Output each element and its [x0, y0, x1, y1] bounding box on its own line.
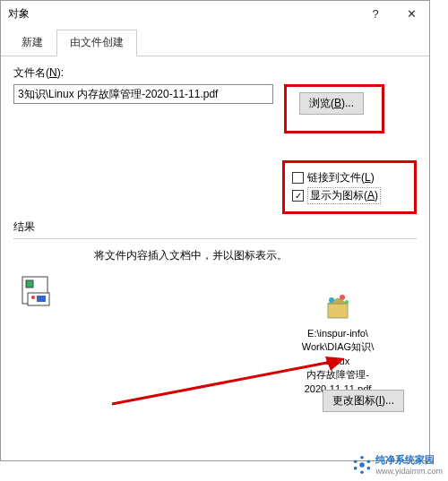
- icon-path: E:\inspur-info\ Work\DIAG知识\ Linux 内存故障管…: [284, 327, 392, 396]
- document-icon: [21, 275, 53, 307]
- svg-point-8: [340, 295, 345, 300]
- dialog-window: 对象 ? ✕ 新建 由文件创建 文件名(N): 浏览(B)... 链接到文件(L…: [0, 0, 430, 461]
- link-to-file-row[interactable]: 链接到文件(L): [292, 170, 407, 185]
- svg-point-9: [345, 300, 349, 304]
- svg-point-17: [354, 466, 358, 469]
- svg-rect-1: [26, 280, 33, 288]
- change-icon-button[interactable]: 更改图标(I)...: [323, 390, 404, 412]
- icon-preview: E:\inspur-info\ Work\DIAG知识\ Linux 内存故障管…: [284, 291, 392, 396]
- change-pre: 更改图标(: [332, 394, 379, 407]
- filename-label-pre: 文件名(: [13, 66, 49, 79]
- path-line: E:\inspur-info\: [284, 327, 392, 340]
- watermark-brand: 纯净系统家园: [375, 453, 443, 467]
- tab-new[interactable]: 新建: [8, 30, 56, 56]
- browse-key: B: [334, 97, 341, 109]
- browse-post: )...: [341, 97, 354, 109]
- svg-point-12: [360, 462, 366, 468]
- watermark: 纯净系统家园 www.yidaimm.com: [352, 453, 443, 476]
- icon-checkbox[interactable]: ✓: [292, 190, 304, 202]
- result-label: 结果: [13, 219, 417, 235]
- result-box: 将文件内容插入文档中，并以图标表示。: [13, 238, 417, 417]
- help-button[interactable]: ?: [358, 1, 393, 26]
- filename-label-post: ):: [57, 66, 64, 79]
- icon-post: ): [375, 189, 378, 202]
- filename-label-key: N: [49, 66, 57, 79]
- change-post: )...: [382, 394, 394, 407]
- package-icon: [284, 291, 392, 323]
- browse-pre: 浏览(: [309, 97, 334, 109]
- svg-point-18: [354, 460, 358, 463]
- watermark-icon: [352, 455, 372, 475]
- browse-highlight: 浏览(B)...: [284, 84, 384, 133]
- svg-point-14: [367, 460, 371, 463]
- watermark-url: www.yidaimm.com: [375, 467, 443, 476]
- filename-label: 文件名(N):: [13, 65, 417, 81]
- window-title: 对象: [8, 6, 30, 21]
- icon-key: A: [367, 189, 375, 202]
- svg-rect-4: [37, 296, 46, 302]
- close-button[interactable]: ✕: [393, 1, 429, 26]
- svg-point-16: [361, 470, 365, 474]
- result-description: 将文件内容插入文档中，并以图标表示。: [94, 248, 411, 263]
- svg-rect-5: [328, 304, 348, 318]
- svg-point-7: [329, 297, 334, 303]
- filename-input[interactable]: [13, 84, 273, 104]
- titlebar: 对象 ? ✕: [1, 1, 429, 26]
- tab-from-file[interactable]: 由文件创建: [56, 30, 137, 56]
- tab-strip: 新建 由文件创建: [1, 26, 429, 56]
- svg-point-3: [31, 296, 35, 299]
- link-label: 链接到文件(L): [307, 170, 375, 185]
- icon-pre: 显示为图标(: [310, 189, 367, 202]
- path-line: Work\DIAG知识\: [284, 340, 392, 354]
- file-row: 浏览(B)...: [13, 84, 417, 133]
- path-line: Linux: [284, 355, 392, 368]
- titlebar-buttons: ? ✕: [358, 1, 429, 26]
- svg-point-15: [367, 466, 371, 469]
- link-post: ): [371, 171, 375, 184]
- watermark-text: 纯净系统家园 www.yidaimm.com: [375, 453, 443, 476]
- options-highlight: 链接到文件(L) ✓ 显示为图标(A): [282, 160, 417, 214]
- browse-button[interactable]: 浏览(B)...: [299, 92, 364, 115]
- display-as-icon-row[interactable]: ✓ 显示为图标(A): [292, 187, 407, 204]
- svg-point-13: [361, 455, 365, 459]
- link-checkbox[interactable]: [292, 172, 304, 184]
- dialog-body: 文件名(N): 浏览(B)... 链接到文件(L) ✓ 显示为图标(A) 结果 …: [1, 56, 429, 425]
- icon-label: 显示为图标(A): [307, 187, 381, 204]
- path-line: 内存故障管理-: [284, 368, 392, 382]
- link-pre: 链接到文件(: [307, 171, 365, 184]
- link-key: L: [365, 171, 371, 184]
